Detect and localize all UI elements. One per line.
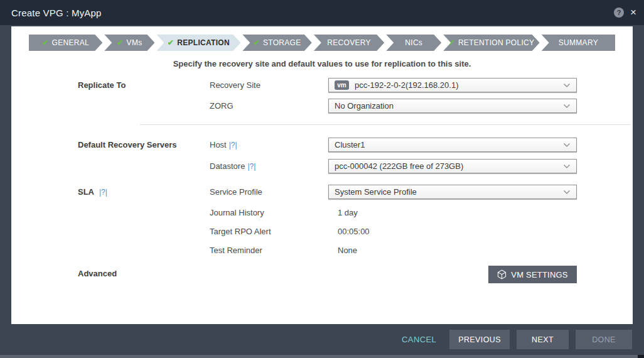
section-advanced: Advanced (78, 269, 117, 278)
next-button[interactable]: NEXT (517, 330, 569, 349)
journal-history-value: 1 day (338, 208, 358, 217)
vm-settings-label: VM SETTINGS (511, 270, 567, 279)
page-bottom-edge (0, 355, 644, 358)
wizard-step-replication[interactable]: ✔ REPLICATION (156, 35, 240, 51)
datastore-select[interactable]: pcc-000042 (222GB free of 273GB) (328, 159, 577, 173)
datastore-help-icon[interactable]: |?| (247, 162, 255, 171)
wizard-step-bar: ✔ GENERAL ✔ VMs ✔ REPLICATION ✔ STORAGE … (29, 35, 615, 51)
step-label: STORAGE (263, 38, 301, 47)
test-reminder-label: Test Reminder (210, 246, 262, 255)
bottom-right-corner (638, 355, 644, 358)
chevron-down-icon (563, 104, 571, 109)
zorg-label: ZORG (210, 101, 233, 111)
check-icon: ✔ (168, 38, 174, 47)
section-divider (140, 124, 631, 125)
wizard-step-retention-policy[interactable]: ✔ RETENTION POLICY (443, 35, 539, 51)
recovery-site-value: pcc-192-2-0-2(192.168.20.1) (355, 80, 563, 90)
recovery-site-select[interactable]: vm pcc-192-2-0-2(192.168.20.1) (328, 78, 577, 92)
dialog-content: ✔ GENERAL ✔ VMs ✔ REPLICATION ✔ STORAGE … (11, 26, 633, 324)
chevron-down-icon (563, 164, 571, 169)
step-label: SUMMARY (559, 38, 598, 47)
host-select[interactable]: Cluster1 (328, 138, 577, 152)
section-replicate-to: Replicate To (78, 80, 126, 90)
dialog-title: Create VPG : MyApp (11, 8, 102, 18)
vm-badge-icon: vm (335, 80, 349, 90)
wizard-step-vms[interactable]: ✔ VMs (104, 35, 154, 51)
chevron-down-icon (563, 143, 571, 148)
datastore-label-text: Datastore (210, 161, 245, 171)
wizard-step-recovery[interactable]: RECOVERY (314, 35, 384, 51)
recovery-site-label: Recovery Site (210, 80, 260, 90)
close-icon[interactable]: × (630, 8, 636, 18)
datastore-label: Datastore|?| (210, 161, 255, 171)
service-profile-label: Service Profile (210, 187, 262, 197)
chevron-down-icon (563, 190, 571, 195)
journal-history-label: Journal History (210, 208, 264, 217)
sla-label-text: SLA (78, 187, 94, 197)
target-rpo-alert-value: 00:05:00 (338, 227, 370, 236)
service-profile-select[interactable]: System Service Profile (328, 185, 577, 199)
host-label: Host|?| (210, 140, 237, 149)
service-profile-value: System Service Profile (335, 187, 563, 197)
step-label: VMs (127, 38, 142, 47)
host-value: Cluster1 (335, 140, 563, 149)
cube-icon (497, 269, 507, 279)
wizard-step-general[interactable]: ✔ GENERAL (29, 35, 102, 51)
dialog-titlebar: Create VPG : MyApp ? × (0, 0, 644, 25)
dialog-footer: CANCEL PREVIOUS NEXT DONE (0, 324, 644, 355)
sla-help-icon[interactable]: |?| (99, 188, 107, 197)
section-default-recovery-servers: Default Recovery Servers (78, 140, 177, 149)
step-label: REPLICATION (177, 38, 230, 47)
host-label-text: Host (210, 140, 227, 149)
page-subtitle: Specify the recovery site and default va… (11, 59, 633, 68)
zorg-value: No Organization (335, 101, 563, 111)
step-label: GENERAL (52, 38, 89, 47)
target-rpo-alert-label: Target RPO Alert (210, 227, 271, 236)
check-icon: ✔ (117, 38, 123, 47)
check-icon: ✔ (449, 38, 455, 47)
help-icon[interactable]: ? (614, 8, 624, 18)
check-icon: ✔ (42, 38, 48, 47)
chevron-down-icon (563, 83, 571, 88)
vm-settings-button[interactable]: VM SETTINGS (488, 266, 577, 283)
host-help-icon[interactable]: |?| (229, 141, 237, 149)
cancel-button[interactable]: CANCEL (402, 335, 436, 344)
datastore-value: pcc-000042 (222GB free of 273GB) (335, 161, 563, 171)
titlebar-icons: ? × (614, 8, 636, 18)
wizard-step-nics[interactable]: NICs (386, 35, 441, 51)
done-button[interactable]: DONE (576, 330, 632, 349)
test-reminder-value: None (338, 246, 357, 255)
section-sla: SLA|?| (78, 187, 107, 197)
wizard-step-summary[interactable]: SUMMARY (542, 35, 615, 51)
previous-button[interactable]: PREVIOUS (449, 330, 510, 349)
zorg-select[interactable]: No Organization (328, 99, 577, 113)
step-label: RECOVERY (327, 38, 371, 47)
check-icon: ✔ (254, 38, 260, 47)
step-label: RETENTION POLICY (458, 38, 534, 47)
wizard-step-storage[interactable]: ✔ STORAGE (242, 35, 311, 51)
step-label: NICs (405, 38, 422, 47)
